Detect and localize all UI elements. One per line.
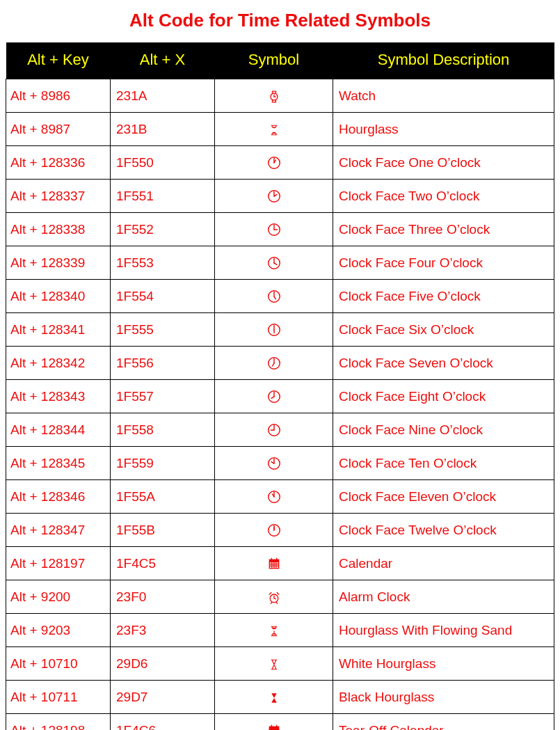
cell-alt-x: 1F4C5 [111,547,215,580]
cell-symbol [215,413,333,447]
black-hourglass-icon [268,689,280,704]
cell-alt-x: 29D6 [111,647,215,681]
clock6-icon [266,322,282,337]
white-hourglass-icon [268,656,280,671]
cell-description: Clock Face Three O’clock [333,213,554,246]
cell-alt-x: 1F553 [111,246,215,280]
cell-symbol [215,313,333,347]
clock1-icon [266,154,282,170]
clock12-icon [266,522,282,537]
svg-line-53 [271,602,271,603]
cell-alt-key: Alt + 128338 [6,213,111,246]
cell-symbol [215,681,333,714]
cell-description: Clock Face Four O’clock [333,246,554,280]
cell-alt-x: 1F559 [111,447,215,480]
cell-alt-key: Alt + 128345 [6,447,111,480]
cell-alt-key: Alt + 8986 [6,79,111,113]
col-desc: Symbol Description [333,42,554,79]
table-row: Alt + 1283401F554Clock Face Five O’clock [6,280,554,313]
table-body: Alt + 8986231AWatchAlt + 8987231BHourgla… [6,79,554,731]
cell-alt-key: Alt + 128347 [6,514,111,547]
clock5-icon [266,288,282,303]
cell-description: Black Hourglass [333,681,554,714]
hourglass-flow-icon [268,622,280,637]
cell-description: Clock Face One O’clock [333,146,554,180]
cell-description: White Hourglass [333,647,554,681]
cell-description: Clock Face Eleven O’clock [333,480,554,514]
cell-alt-key: Alt + 128342 [6,347,111,380]
cell-description: Watch [333,79,554,113]
cell-description: Hourglass With Flowing Sand [333,614,554,647]
cell-alt-key: Alt + 10710 [6,647,111,681]
cell-symbol [215,714,333,731]
svg-rect-56 [269,727,279,730]
alt-code-table: Alt + Key Alt + X Symbol Symbol Descript… [6,42,554,730]
cell-alt-x: 1F552 [111,213,215,246]
cell-symbol [215,146,333,180]
cell-alt-key: Alt + 128337 [6,180,111,213]
table-row: Alt + 1283461F55AClock Face Eleven O’clo… [6,480,554,514]
cell-alt-x: 1F556 [111,347,215,380]
cell-alt-x: 23F0 [111,580,215,614]
cell-alt-key: Alt + 128198 [6,714,111,731]
clock7-icon [266,355,282,370]
cell-alt-key: Alt + 128346 [6,480,111,514]
cell-alt-key: Alt + 128339 [6,246,111,280]
cell-alt-x: 1F555 [111,313,215,347]
cell-alt-key: Alt + 128197 [6,547,111,580]
cell-alt-key: Alt + 10711 [6,681,111,714]
col-symbol: Symbol [215,42,333,79]
cell-alt-x: 23F3 [111,614,215,647]
svg-line-54 [276,602,277,603]
table-row: Alt + 1283421F556Clock Face Seven O’cloc… [6,347,554,380]
cell-alt-x: 1F554 [111,280,215,313]
table-row: Alt + 1281971F4C5Calendar [6,547,554,580]
cell-description: Clock Face Seven O’clock [333,347,554,380]
table-row: Alt + 1071029D6White Hourglass [6,647,554,681]
col-alt-key: Alt + Key [6,42,111,79]
cell-symbol [215,547,333,580]
cell-alt-key: Alt + 128343 [6,380,111,413]
cell-symbol [215,614,333,647]
table-row: Alt + 1283471F55BClock Face Twelve O’clo… [6,514,554,547]
cell-symbol [215,79,333,113]
cell-alt-key: Alt + 128336 [6,146,111,180]
cell-symbol [215,180,333,213]
cell-alt-x: 1F550 [111,146,215,180]
cell-description: Hourglass [333,113,554,146]
cell-alt-x: 1F558 [111,413,215,447]
cell-alt-key: Alt + 9203 [6,614,111,647]
cell-alt-x: 231B [111,113,215,146]
cell-description: Clock Face Nine O’clock [333,413,554,447]
table-row: Alt + 1283451F559Clock Face Ten O’clock [6,447,554,480]
cell-description: Clock Face Twelve O’clock [333,514,554,547]
cell-alt-key: Alt + 128344 [6,413,111,447]
table-row: Alt + 1283431F557Clock Face Eight O’cloc… [6,380,554,413]
table-row: Alt + 1283361F550Clock Face One O’clock [6,146,554,180]
cell-description: Tear-Off Calendar [333,714,554,731]
cell-description: Clock Face Two O’clock [333,180,554,213]
cell-alt-key: Alt + 128341 [6,313,111,347]
cell-description: Alarm Clock [333,580,554,614]
table-row: Alt + 1071129D7Black Hourglass [6,681,554,714]
page-title: Alt Code for Time Related Symbols [6,10,554,31]
table-row: Alt + 1283371F551Clock Face Two O’clock [6,180,554,213]
table-row: Alt + 1283391F553Clock Face Four O’clock [6,246,554,280]
clock10-icon [266,455,282,470]
cell-alt-key: Alt + 9200 [6,580,111,614]
table-row: Alt + 1283441F558Clock Face Nine O’clock [6,413,554,447]
cell-alt-x: 1F55B [111,514,215,547]
tearoff-calendar-icon [266,722,282,730]
clock8-icon [266,388,282,404]
cell-alt-key: Alt + 128340 [6,280,111,313]
table-row: Alt + 920023F0Alarm Clock [6,580,554,614]
table-header-row: Alt + Key Alt + X Symbol Symbol Descript… [6,42,554,79]
cell-symbol [215,447,333,480]
col-alt-x: Alt + X [111,42,215,79]
calendar-icon [266,555,282,571]
cell-symbol [215,347,333,380]
hourglass-icon [268,121,280,136]
table-row: Alt + 1283411F555Clock Face Six O’clock [6,313,554,347]
cell-description: Clock Face Six O’clock [333,313,554,347]
table-row: Alt + 8986231AWatch [6,79,554,113]
